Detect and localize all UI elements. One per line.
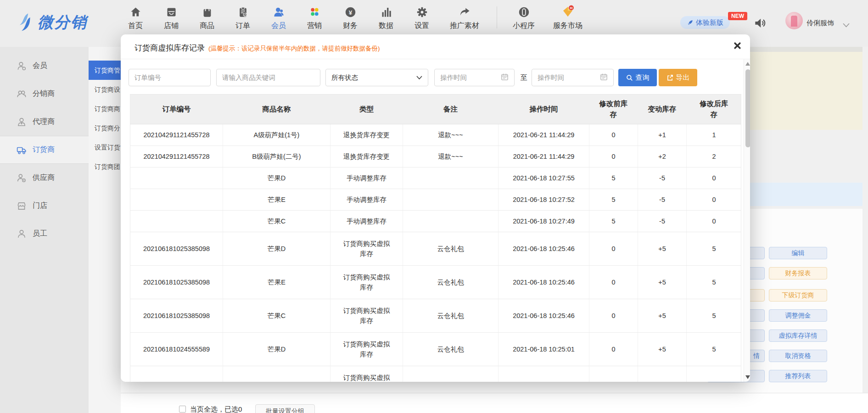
table-cell: -5 [638, 167, 687, 189]
table-cell: 0 [589, 266, 638, 299]
export-icon [666, 74, 673, 81]
staff-icon [17, 229, 27, 239]
time-start-input[interactable]: 操作时间 [434, 69, 515, 86]
time-end-input[interactable]: 操作时间 [532, 69, 614, 86]
home-icon [129, 5, 142, 18]
scroll-down-icon[interactable] [745, 375, 750, 379]
table-cell: 2021-06-18 10:27:49 [498, 211, 589, 232]
table-cell: 2021-06-21 11:44:29 [498, 124, 589, 145]
scrollbar-thumb[interactable] [745, 69, 750, 147]
row-action-button[interactable]: 编辑 [769, 247, 827, 259]
submenu-item-team[interactable]: 订货商团 [89, 157, 121, 176]
virtual-stock-records-modal: 订货商虚拟库存记录 (温馨提示：该记录只保留半年内的数据，请提前做好数据备份) … [121, 34, 750, 382]
calendar-icon [501, 73, 509, 82]
table-cell [403, 167, 498, 189]
nav-item-marketing[interactable]: 营销 [299, 5, 330, 31]
table-cell: 0 [687, 211, 741, 232]
nav-item-settings[interactable]: 设置 [407, 5, 437, 31]
table-row: 202106181024555589芒果D订货商购买虚拟 库存云仓礼包2021-… [130, 333, 741, 366]
sidebar-item-staff[interactable]: 员工 [0, 220, 89, 248]
table-cell [687, 366, 741, 382]
query-button[interactable]: 查询 [618, 69, 657, 86]
new-badge: NEW [728, 12, 747, 20]
nav-item-home[interactable]: 首页 [120, 5, 151, 31]
marketing-dots-icon [308, 5, 321, 18]
table-cell: 云仓礼包 [403, 299, 498, 332]
submenu-item-settings[interactable]: 订货商设 [89, 80, 121, 99]
table-cell: 2021-06-18 10:25:46 [498, 266, 589, 299]
table-cell: 芒果E [223, 189, 330, 210]
table-row: 芒果D手动调整库存2021-06-18 10:27:555-50 [130, 167, 741, 189]
table-header-cell: 变动库存 [638, 95, 687, 124]
table-cell [223, 366, 330, 382]
table-cell: 0 [589, 146, 638, 167]
nav-item-members[interactable]: 会员 [263, 5, 294, 31]
table-cell: 云仓礼包 [403, 232, 498, 265]
nav-item-mini-program[interactable]: 小程序 [507, 5, 540, 31]
table-row: 芒果C手动调整库存2021-06-18 10:27:495-50 [130, 211, 741, 232]
account-name[interactable]: 伶俐服饰 [806, 19, 834, 28]
truck-icon [17, 145, 27, 155]
app-logo[interactable]: 微分销 [18, 12, 87, 33]
sidebar-item-vendors[interactable]: 供应商 [0, 164, 89, 192]
table-cell: 2021-06-21 11:44:29 [498, 146, 589, 167]
nav-item-shop[interactable]: 店铺 [156, 5, 186, 31]
keyword-input[interactable]: 请输入商品关键词 [216, 69, 320, 86]
share-arrow-icon [459, 5, 471, 18]
table-cell [130, 366, 223, 382]
status-select[interactable]: 所有状态 [325, 69, 428, 86]
speaker-icon[interactable] [753, 16, 767, 32]
export-button[interactable]: 导出 [659, 69, 697, 86]
table-cell: 退款~~~ [403, 146, 498, 167]
select-all-checkbox[interactable] [179, 406, 186, 413]
chevron-down-icon[interactable] [843, 21, 850, 29]
nav-item-promo-materials[interactable]: 推广素材 [442, 5, 487, 31]
avatar[interactable] [785, 12, 803, 29]
batch-set-group-button[interactable]: 批量设置分组 [255, 404, 315, 413]
mini-program-icon [518, 5, 530, 18]
table-cell: 手动调整库存 [330, 189, 403, 210]
submenu-item-goods[interactable]: 订货商商 [89, 99, 121, 118]
submenu-item-set-order[interactable]: 设置订货 [89, 138, 121, 157]
table-cell: 订货商购买虚拟 库存 [330, 333, 403, 366]
table-cell [638, 366, 687, 382]
gear-icon [416, 5, 428, 18]
rocket-icon [687, 19, 694, 26]
table-cell: 202104291121455728 [130, 146, 223, 167]
row-action-button[interactable]: 财务报表 [769, 267, 827, 279]
table-cell [403, 189, 498, 210]
nav-item-products[interactable]: 商品 [192, 5, 222, 31]
close-icon[interactable] [732, 40, 743, 51]
table-cell: +5 [638, 299, 687, 332]
table-cell: B级葫芦娃(二号) [223, 146, 330, 167]
nav-item-service-market[interactable]: H 服务市场 [546, 5, 590, 31]
row-action-button[interactable]: 取消资格 [769, 350, 827, 362]
row-action-button[interactable]: 虚拟库存详情 [769, 329, 827, 342]
table-cell: 202104291121455728 [130, 124, 223, 145]
table-cell: 手动调整库存 [330, 211, 403, 232]
table-cell: 退换货库存变更 [330, 124, 403, 145]
sidebar-item-agents[interactable]: 代理商 [0, 108, 89, 136]
sidebar-item-members[interactable]: 会员 [0, 52, 89, 80]
table-cell: 芒果C [223, 211, 330, 232]
service-market-diamond-icon: H [561, 5, 575, 18]
table-cell: 订货商购买虚拟 库存 [330, 232, 403, 265]
sidebar-item-suppliers-order[interactable]: 订货商 [0, 136, 89, 164]
table-cell: 2021-06-18 10:25:46 [498, 232, 589, 265]
table-row: 202104291121455728A级葫芦娃(1号)退换货库存变更退款~~~2… [130, 124, 741, 146]
row-action-button[interactable]: 调整佣金 [769, 309, 827, 322]
row-action-button[interactable]: 推荐列表 [769, 370, 827, 382]
nav-item-data[interactable]: 数据 [371, 5, 401, 31]
table-header-cell: 备注 [403, 95, 498, 124]
nav-item-orders[interactable]: 订单 [228, 5, 258, 31]
nav-item-finance[interactable]: ¥ 财务 [335, 5, 365, 31]
table-row: 芒果E手动调整库存2021-06-18 10:27:525-50 [130, 189, 741, 211]
sidebar-item-distributors[interactable]: 分销商 [0, 80, 89, 108]
order-no-input[interactable]: 订单编号 [129, 69, 211, 86]
submenu-item-manage[interactable]: 订货商管 [89, 61, 121, 80]
row-action-button[interactable]: 下级订货商 [769, 289, 827, 301]
try-new-version-button[interactable]: 体验新版 [680, 16, 730, 29]
sidebar-item-stores[interactable]: 门店 [0, 192, 89, 220]
scroll-up-icon[interactable] [745, 62, 750, 66]
submenu-item-groups[interactable]: 订货商分 [89, 118, 121, 138]
